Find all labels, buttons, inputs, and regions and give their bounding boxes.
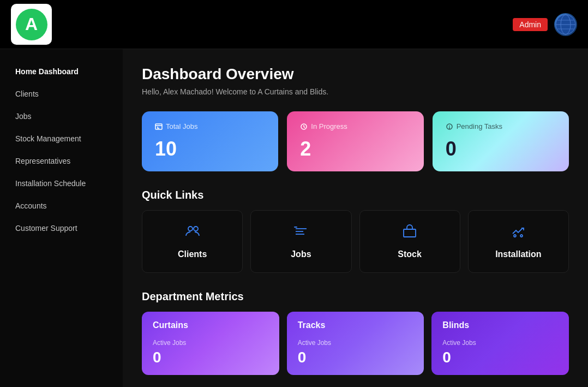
sidebar-item-customer-support[interactable]: Customer Support: [4, 217, 118, 239]
stats-row: Total Jobs 10 In Progress 2: [142, 111, 569, 171]
sidebar-item-clients[interactable]: Clients: [4, 83, 118, 105]
dept-metric-value-tracks: 0: [298, 349, 413, 366]
admin-badge: Admin: [513, 18, 548, 31]
svg-point-20: [520, 235, 523, 237]
dept-title-blinds: Blinds: [442, 320, 558, 330]
installation-icon: [511, 224, 526, 243]
quick-link-jobs-label: Jobs: [291, 249, 311, 259]
jobs-svg-icon: [293, 224, 309, 239]
svg-point-12: [449, 128, 449, 128]
quick-link-installation[interactable]: Installation: [468, 210, 569, 273]
dept-metric-value-blinds: 0: [442, 349, 558, 366]
sidebar-item-home-dashboard[interactable]: Home Dashboard: [4, 61, 118, 82]
dept-card-tracks: Tracks Active Jobs 0: [287, 312, 424, 375]
svg-point-14: [194, 227, 198, 231]
svg-point-13: [188, 227, 193, 231]
welcome-text: Hello, Alex Machado! Welcome to A Curtai…: [142, 87, 569, 96]
stock-svg-icon: [402, 224, 417, 239]
main-content: Dashboard Overview Hello, Alex Machado! …: [123, 49, 588, 387]
user-avatar[interactable]: [554, 13, 577, 36]
stat-value-in-progress: 2: [300, 138, 410, 160]
stat-label-pending-tasks: Pending Tasks: [446, 122, 556, 130]
stat-value-total-jobs: 10: [155, 138, 265, 160]
stat-card-in-progress: In Progress 2: [287, 111, 423, 171]
clients-icon: [185, 224, 200, 243]
dept-metric-label-curtains: Active Jobs: [153, 339, 268, 347]
dept-title-tracks: Tracks: [298, 320, 413, 330]
logo-box: A: [11, 4, 52, 45]
svg-rect-18: [404, 229, 416, 237]
quick-link-installation-label: Installation: [495, 249, 541, 259]
stat-card-pending-tasks: Pending Tasks 0: [433, 111, 569, 171]
svg-point-19: [514, 235, 516, 237]
stat-label-total-jobs: Total Jobs: [155, 122, 265, 130]
sidebar: Home Dashboard Clients Jobs Stock Manage…: [0, 49, 123, 387]
sidebar-item-representatives[interactable]: Representatives: [4, 150, 118, 172]
quick-link-stock-label: Stock: [398, 249, 422, 259]
quick-link-stock[interactable]: Stock: [359, 210, 460, 273]
sidebar-item-stock-management[interactable]: Stock Management: [4, 128, 118, 150]
sidebar-item-installation-schedule[interactable]: Installation Schedule: [4, 172, 118, 194]
sidebar-item-jobs[interactable]: Jobs: [4, 105, 118, 127]
stat-value-pending-tasks: 0: [446, 138, 556, 160]
stat-card-total-jobs: Total Jobs 10: [142, 111, 278, 171]
header-right: Admin: [513, 13, 577, 36]
clients-svg-icon: [185, 224, 200, 239]
main-layout: Home Dashboard Clients Jobs Stock Manage…: [0, 49, 588, 387]
dept-metric-value-curtains: 0: [153, 349, 268, 366]
dept-card-blinds: Blinds Active Jobs 0: [431, 312, 569, 375]
dept-metric-label-blinds: Active Jobs: [442, 339, 558, 347]
app-header: A Admin: [0, 0, 588, 49]
pending-tasks-icon: [446, 123, 453, 130]
logo-letter: A: [25, 14, 38, 34]
quick-link-clients-label: Clients: [178, 249, 207, 259]
quick-link-jobs[interactable]: Jobs: [250, 210, 351, 273]
globe-icon: [554, 13, 577, 36]
quick-links-title: Quick Links: [142, 189, 569, 201]
logo-circle: A: [16, 9, 47, 40]
total-jobs-icon: [155, 123, 163, 130]
dept-metrics-title: Department Metrics: [142, 290, 569, 303]
dept-row: Curtains Active Jobs 0 Tracks Active Job…: [142, 312, 569, 375]
quick-link-clients[interactable]: Clients: [142, 210, 243, 273]
installation-svg-icon: [511, 224, 526, 239]
stat-label-in-progress: In Progress: [300, 122, 410, 130]
stock-icon: [402, 224, 417, 243]
dept-card-curtains: Curtains Active Jobs 0: [142, 312, 279, 375]
dept-metric-label-tracks: Active Jobs: [298, 339, 413, 347]
in-progress-icon: [300, 123, 308, 130]
dept-title-curtains: Curtains: [153, 320, 268, 330]
page-title: Dashboard Overview: [142, 66, 569, 83]
jobs-icon: [293, 224, 309, 243]
sidebar-item-accounts[interactable]: Accounts: [4, 195, 118, 217]
quick-links-row: Clients Jobs: [142, 210, 569, 273]
